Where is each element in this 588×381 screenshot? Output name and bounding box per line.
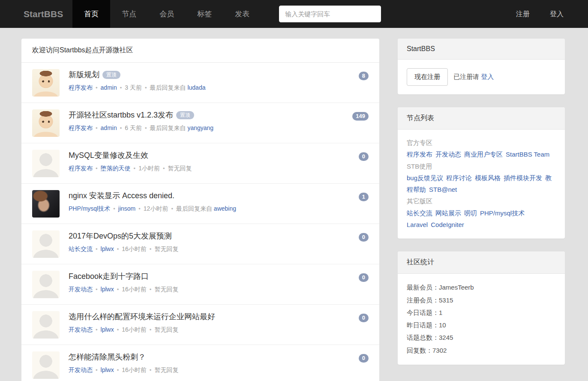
topic-node-link[interactable]: 程序发布 (69, 124, 93, 131)
topic-node-link[interactable]: 程序发布 (69, 165, 93, 172)
reply-count-badge[interactable]: 1 (359, 193, 369, 201)
meta-dot: • (120, 85, 122, 91)
login-link[interactable]: 登入 (481, 73, 494, 80)
topic-meta: 开发动态•lplwx•16小时前•暂无回复 (69, 366, 359, 374)
nav-tab[interactable]: 发表 (223, 0, 261, 28)
topic-title-link[interactable]: 开源轻社区startbbs v1.2.3发布 (69, 110, 173, 120)
node-link[interactable]: STB@net (429, 186, 457, 193)
topic-meta: 开发动态•lplwx•16小时前•暂无回复 (69, 326, 359, 334)
topic-author-link[interactable]: 堕落的天使 (101, 165, 131, 172)
meta-dot: • (96, 327, 98, 333)
topic-title-link[interactable]: Facebook走到十字路口 (69, 271, 149, 281)
topic-time: 1小时前 (138, 165, 160, 172)
node-link[interactable]: CodeIgniter (431, 221, 464, 228)
topic-title-link[interactable]: MySQL变量修改及生效 (69, 150, 148, 160)
user-avatar[interactable] (32, 190, 60, 218)
topic-time: 16小时前 (122, 286, 147, 293)
user-avatar[interactable] (32, 230, 60, 258)
topic-author-link[interactable]: lplwx (101, 326, 114, 333)
topic-row: 新版规划 置顶 程序发布•admin•3 天前•最后回复来自 ludada 8 (21, 63, 379, 103)
topic-reply-status: 暂无回复 (154, 245, 178, 252)
topic-reply-status: 最后回复来自 (150, 84, 186, 91)
topic-row: 2017年DevOps的5大发展预测 站长交流•lplwx•16小时前•暂无回复… (21, 224, 379, 264)
nodes-panel: 节点列表 官方专区程序发布开发动态商业用户专区StartBBS TeamSTB使… (398, 107, 565, 239)
node-link[interactable]: 程序发布 (407, 151, 432, 158)
reply-count-badge[interactable]: 0 (359, 273, 369, 282)
nav-tab[interactable]: 首页 (72, 0, 110, 28)
topic-reply-status: 暂无回复 (154, 366, 178, 373)
topic-author-link[interactable]: admin (101, 124, 117, 131)
auth-link[interactable]: 注册 (516, 0, 530, 28)
topic-last-replier-link[interactable]: awebing (214, 205, 236, 212)
auth-link[interactable]: 登入 (550, 0, 564, 28)
topic-author-link[interactable]: lplwx (101, 245, 114, 252)
nav-tab[interactable]: 节点 (110, 0, 148, 28)
topic-node-link[interactable]: 开发动态 (69, 326, 93, 333)
topic-list-panel: 欢迎访问Startbbs起点开源微社区 新版规划 置顶 程序发布•admin•3… (21, 39, 379, 381)
reply-count-badge[interactable]: 0 (359, 233, 369, 242)
pinned-badge: 置顶 (102, 71, 120, 79)
node-link[interactable]: 网站展示 (435, 209, 461, 217)
topic-node-link[interactable]: PHP/mysql技术 (69, 205, 110, 212)
nav-tab[interactable]: 标签 (186, 0, 223, 28)
node-link[interactable]: bug反馈见议 (407, 174, 443, 181)
topic-author-link[interactable]: lplwx (101, 366, 114, 373)
user-avatar[interactable] (32, 150, 60, 177)
meta-dot: • (138, 206, 141, 212)
user-avatar[interactable] (32, 311, 60, 339)
node-link[interactable]: 模板风格 (475, 174, 501, 181)
node-link[interactable]: 商业用户专区 (464, 151, 503, 158)
topic-author-link[interactable]: jinsom (118, 205, 135, 212)
meta-dot: • (171, 206, 173, 212)
topic-list: 新版规划 置顶 程序发布•admin•3 天前•最后回复来自 ludada 8 … (21, 63, 379, 381)
stat-value: 5315 (439, 296, 453, 304)
topic-node-link[interactable]: 开发动态 (69, 286, 93, 293)
node-link[interactable]: PHP/mysql技术 (480, 209, 525, 217)
topic-last-replier-link[interactable]: ludada (187, 84, 205, 91)
topic-title-link[interactable]: 怎样能清除黑头粉刺？ (69, 352, 146, 362)
reply-count-badge[interactable]: 0 (359, 354, 369, 363)
stat-value: 7302 (432, 347, 447, 354)
node-link[interactable]: 插件模块开发 (504, 174, 542, 181)
topic-meta: PHP/mysql技术•jinsom•12小时前•最后回复来自 awebing (69, 205, 359, 213)
meta-dot: • (163, 165, 165, 172)
topic-last-replier-link[interactable]: yangyang (187, 124, 213, 131)
user-avatar[interactable] (32, 109, 60, 137)
user-avatar[interactable] (32, 69, 60, 97)
pinned-badge: 置顶 (176, 111, 194, 119)
topic-meta: 站长交流•lplwx•16小时前•暂无回复 (69, 245, 359, 253)
topic-time: 16小时前 (122, 245, 147, 252)
reply-count-badge[interactable]: 149 (352, 112, 369, 121)
reply-count-badge[interactable]: 0 (359, 152, 369, 161)
topic-title-link[interactable]: nginx 安装显示 Access denied. (69, 190, 174, 201)
topic-node-link[interactable]: 站长交流 (69, 245, 93, 252)
topic-reply-status: 暂无回复 (154, 286, 178, 293)
stat-label: 今日话题： (407, 309, 439, 316)
topic-node-link[interactable]: 程序发布 (69, 84, 93, 91)
nodes-panel-title: 节点列表 (398, 107, 565, 130)
nav-tab[interactable]: 会员 (148, 0, 186, 28)
node-link[interactable]: 唠叨 (464, 209, 477, 217)
node-link[interactable]: 程序讨论 (446, 174, 472, 181)
search-input[interactable] (279, 6, 381, 22)
brand-logo[interactable]: StartBBS (0, 0, 72, 28)
topic-author-link[interactable]: lplwx (101, 286, 114, 293)
node-link[interactable]: Laravel (407, 221, 428, 228)
node-link[interactable]: 站长交流 (407, 209, 432, 217)
user-avatar[interactable] (32, 351, 60, 379)
reply-count-badge[interactable]: 8 (359, 72, 369, 80)
topic-title-link[interactable]: 2017年DevOps的5大发展预测 (69, 231, 172, 241)
topic-row: 选用什么样的配置环境来运行企业网站最好 开发动态•lplwx•16小时前•暂无回… (21, 305, 379, 345)
topic-title-link[interactable]: 新版规划 (69, 70, 99, 80)
topic-author-link[interactable]: admin (101, 84, 117, 91)
stats-list: 最新会员：JamesTeerb注册会员：5315今日话题：1昨日话题：10话题总… (398, 274, 565, 365)
node-link[interactable]: 开发动态 (435, 151, 461, 158)
register-now-button[interactable]: 现在注册 (407, 68, 448, 86)
reply-count-badge[interactable]: 0 (359, 314, 369, 322)
topic-title-link[interactable]: 选用什么样的配置环境来运行企业网站最好 (69, 311, 215, 322)
stat-line: 话题总数：3245 (407, 331, 556, 344)
topic-reply-status: 最后回复来自 (150, 124, 186, 131)
user-avatar[interactable] (32, 271, 60, 298)
node-link[interactable]: StartBBS Team (506, 151, 549, 158)
topic-node-link[interactable]: 开发动态 (69, 366, 93, 373)
